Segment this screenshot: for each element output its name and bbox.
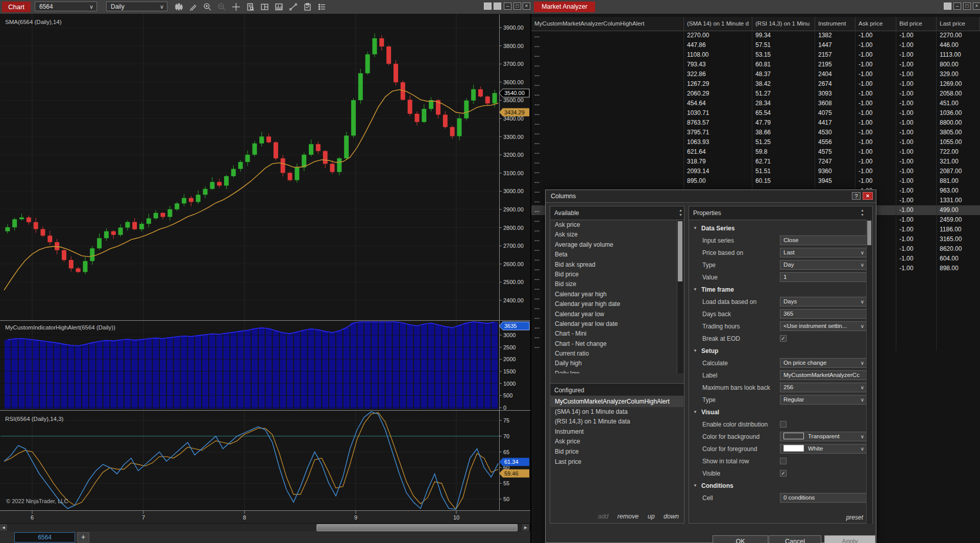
calculate-select[interactable]: On price change∨ xyxy=(780,358,866,368)
preset-link[interactable]: preset xyxy=(846,514,863,521)
days-back-input[interactable]: 365 xyxy=(780,309,866,319)
table-row[interactable]: ...895.0060.153945-1.00-1.00881.00 xyxy=(531,176,980,186)
type-select[interactable]: Regular∨ xyxy=(780,395,866,405)
table-row[interactable]: ...454.6428.343608-1.00-1.00451.00 xyxy=(531,99,980,108)
available-item[interactable]: Ask price xyxy=(551,220,676,230)
section-data-series[interactable]: ▼Data Series xyxy=(689,222,866,234)
table-row[interactable]: ...2093.1451.519360-1.00-1.002087.00 xyxy=(531,167,980,176)
table-row[interactable]: ...318.7962.717247-1.00-1.00321.00 xyxy=(531,157,980,167)
available-item[interactable]: Bid ask spread xyxy=(551,260,676,270)
close-button[interactable]: × xyxy=(863,192,873,200)
scroll-right-arrow-icon[interactable]: ▶ xyxy=(522,524,529,531)
chart-canvas[interactable]: 3900.003800.003700.003600.003500.003400.… xyxy=(0,14,530,523)
spinner-arrows-icon[interactable]: ▲▼ xyxy=(679,208,682,217)
column-header[interactable]: Instrument xyxy=(815,17,855,31)
color-for-foreground-select[interactable]: White∨ xyxy=(780,444,866,454)
column-header[interactable]: MyCustomMarketAnalyzerColumHighAlert xyxy=(531,17,684,31)
input-series-input[interactable]: Close xyxy=(780,235,866,245)
value-input[interactable]: 1 xyxy=(780,272,866,282)
close-icon[interactable]: × xyxy=(523,3,530,10)
scrollbar-thumb[interactable] xyxy=(867,221,871,245)
spinner-arrows-icon[interactable]: ▲▼ xyxy=(861,208,864,217)
maximize-icon[interactable]: □ xyxy=(513,3,521,10)
available-item[interactable]: Bid size xyxy=(551,279,676,289)
table-row[interactable]: ...3795.7138.664530-1.00-1.003805.00 xyxy=(531,128,980,137)
candlestick-chart-icon[interactable] xyxy=(173,2,185,12)
table-row[interactable]: ...621.6459.84575-1.00-1.00722.00 xyxy=(531,147,980,157)
draw-pencil-icon[interactable] xyxy=(187,2,199,12)
available-item[interactable]: Chart - Net change xyxy=(551,339,676,349)
available-item[interactable]: Calendar year low xyxy=(551,310,676,319)
configured-item[interactable]: (RSI 14,3) on 1 Minute data xyxy=(551,417,683,427)
cell-input[interactable]: 0 conditions xyxy=(780,493,866,503)
table-row[interactable]: ...1063.9351.254556-1.00-1.001055.00 xyxy=(531,137,980,147)
visible-checkbox[interactable]: ✓ xyxy=(780,470,787,477)
enable-color-distribution-checkbox[interactable] xyxy=(780,421,787,428)
properties-list-icon[interactable] xyxy=(315,2,328,12)
available-item[interactable]: Daily low xyxy=(551,369,676,373)
section-time-frame[interactable]: ▼Time frame xyxy=(689,284,866,296)
available-item[interactable]: Calendar year high xyxy=(551,290,676,299)
strategy-clipboard-icon[interactable] xyxy=(301,2,313,12)
available-item[interactable]: Average daily volume xyxy=(551,240,676,250)
close-icon[interactable]: × xyxy=(973,3,980,10)
dialog-title-bar[interactable]: Columns ? × xyxy=(546,190,876,203)
zoom-out-icon[interactable] xyxy=(215,2,228,12)
column-header[interactable]: (SMA 14) on 1 Minute d xyxy=(684,17,752,31)
ok-button[interactable]: OK xyxy=(713,535,768,543)
color-for-background-select[interactable]: Transparent∨ xyxy=(780,432,866,441)
cancel-button[interactable]: Cancel xyxy=(769,535,821,543)
show-in-total-row-checkbox[interactable] xyxy=(780,458,787,464)
data-inspector-icon[interactable] xyxy=(244,2,256,12)
column-header[interactable]: Bid price xyxy=(896,17,937,31)
configured-item[interactable]: Ask price xyxy=(551,437,683,447)
blank-button-3[interactable] xyxy=(944,3,951,10)
help-button[interactable]: ? xyxy=(852,192,861,200)
table-row[interactable]: ...1267.2938.422674-1.00-1.001269.00 xyxy=(531,79,980,89)
table-row[interactable]: ...793.4360.812195-1.00-1.00800.00 xyxy=(531,60,980,69)
table-row[interactable]: ...1108.0053.152157-1.00-1.001113.00 xyxy=(531,50,980,60)
up-link[interactable]: up xyxy=(648,513,655,520)
zoom-in-icon[interactable] xyxy=(201,2,213,12)
down-link[interactable]: down xyxy=(664,513,679,520)
type-select[interactable]: Day∨ xyxy=(780,260,866,270)
section-setup[interactable]: ▼Setup xyxy=(689,345,866,357)
properties-scrollbar[interactable] xyxy=(866,220,872,524)
available-item[interactable]: Current ratio xyxy=(551,349,676,359)
available-item[interactable]: Bid price xyxy=(551,270,676,279)
table-row[interactable]: ...2270.0099.341382-1.00-1.002270.00 xyxy=(531,31,980,40)
available-item[interactable]: Calendar year high date xyxy=(551,299,676,309)
crosshair-icon[interactable] xyxy=(230,2,242,12)
available-item[interactable]: Calendar year low date xyxy=(551,319,676,329)
chart-tab-6564[interactable]: 6564 xyxy=(14,532,75,542)
maximize-icon[interactable]: □ xyxy=(963,3,971,10)
blank-button-1[interactable] xyxy=(484,3,492,10)
configured-item[interactable]: MyCustomMarketAnalyzerColumHighAlert xyxy=(551,397,683,407)
trendline-tool-icon[interactable] xyxy=(287,2,299,12)
table-row[interactable]: ...8763.5747.794417-1.00-1.008800.00 xyxy=(531,118,980,128)
minimize-icon[interactable]: – xyxy=(953,3,961,10)
table-row[interactable]: ...2060.2951.273093-1.00-1.002058.00 xyxy=(531,89,980,99)
column-header[interactable]: (RSI 14,3) on 1 Minu xyxy=(752,17,815,31)
apply-button[interactable]: Apply xyxy=(824,535,875,543)
section-conditions[interactable]: ▼Conditions xyxy=(689,480,866,492)
available-item[interactable]: Beta xyxy=(551,250,676,259)
instrument-select[interactable]: 6564 ∨ xyxy=(35,2,97,11)
chart-horizontal-scrollbar[interactable]: ◀ ▶ xyxy=(0,523,529,531)
table-row[interactable]: ...322.8648.372404-1.00-1.00329.00 xyxy=(531,69,980,79)
maximum-bars-look-back-select[interactable]: 256∨ xyxy=(780,383,866,392)
column-header[interactable]: Last price xyxy=(937,17,980,31)
price-based-on-select[interactable]: Last∨ xyxy=(780,248,866,257)
scroll-left-arrow-icon[interactable]: ◀ xyxy=(0,524,7,531)
configured-item[interactable]: (SMA 14) on 1 Minute data xyxy=(551,407,683,417)
label-input[interactable]: MyCustomMarketAnalyzerCc xyxy=(780,370,866,380)
scrollbar-thumb[interactable] xyxy=(678,221,682,281)
configured-item[interactable]: Instrument xyxy=(551,427,683,437)
indicator-panel-icon[interactable] xyxy=(273,2,285,12)
configured-item[interactable]: Bid price xyxy=(551,447,683,457)
add-tab-button[interactable]: + xyxy=(77,532,89,542)
remove-link[interactable]: remove xyxy=(618,513,639,520)
load-data-based-on-select[interactable]: Days∨ xyxy=(780,297,866,306)
available-item[interactable]: Daily high xyxy=(551,359,676,368)
minimize-icon[interactable]: – xyxy=(504,3,511,10)
